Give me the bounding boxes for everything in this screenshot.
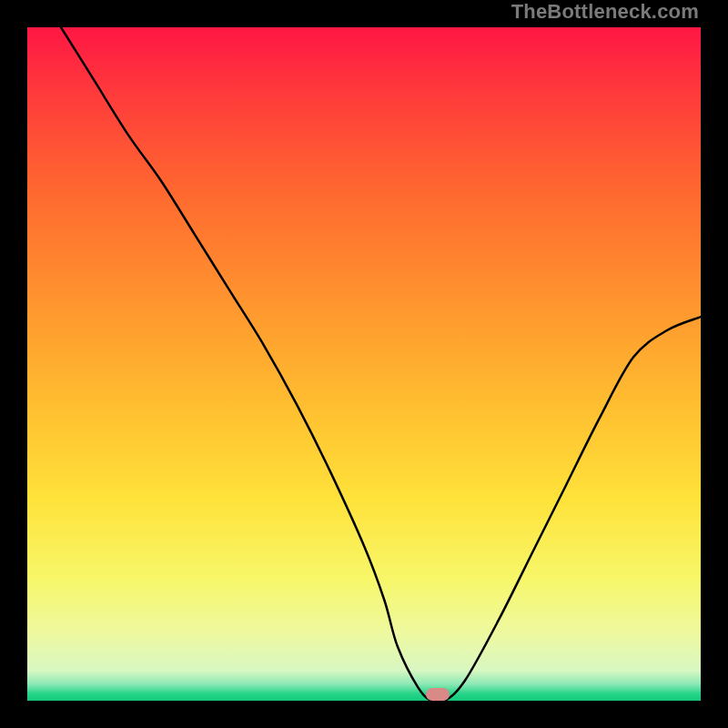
chart-stage: TheBottleneck.com xyxy=(0,0,728,728)
gradient-background xyxy=(27,27,701,701)
chart-svg xyxy=(27,27,701,701)
bottleneck-curve xyxy=(61,27,701,701)
frame-left xyxy=(0,0,27,728)
watermark-text: TheBottleneck.com xyxy=(511,0,699,24)
plot-area xyxy=(27,27,701,701)
optimal-marker xyxy=(426,688,450,701)
frame-bottom xyxy=(0,701,728,728)
frame-right xyxy=(701,0,728,728)
